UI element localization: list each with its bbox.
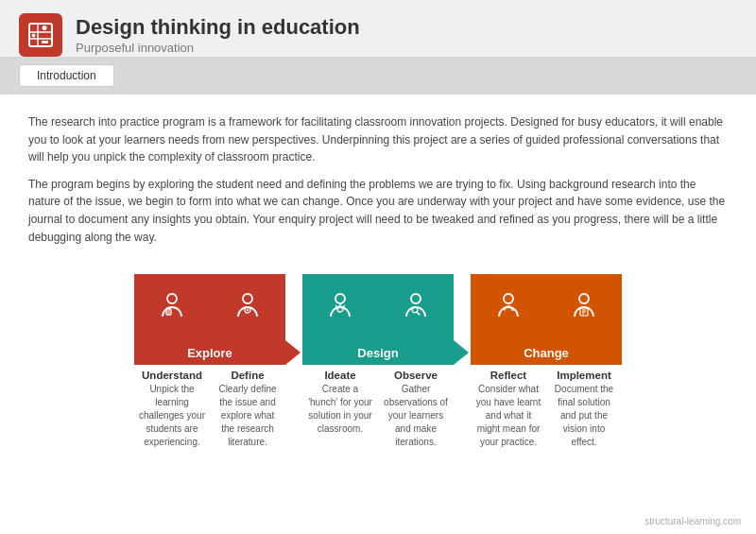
explore-icons <box>134 274 285 340</box>
tab-introduction[interactable]: Introduction <box>19 64 114 87</box>
understand-label: Understand <box>134 365 210 381</box>
change-label: Change <box>471 340 622 365</box>
svg-point-5 <box>32 34 36 38</box>
ideate-desc: Create a 'hunch' for your solution in yo… <box>302 381 378 451</box>
svg-line-21 <box>418 313 421 316</box>
page: Design thinking in education Purposeful … <box>0 0 756 534</box>
svg-line-18 <box>343 305 345 307</box>
svg-point-11 <box>243 294 252 303</box>
design-arrow <box>454 340 469 365</box>
observe-label: Observe <box>378 365 454 381</box>
header: Design thinking in education Purposeful … <box>0 0 756 57</box>
design-label: Design <box>302 340 454 365</box>
reflect-desc: Consider what you have learnt and what i… <box>471 381 546 451</box>
define-desc: Clearly define the issue and explore wha… <box>210 381 285 451</box>
reflect-label: Reflect <box>471 365 546 381</box>
logo-icon <box>19 13 62 57</box>
phase-change: Change Reflect Implement Consider what y… <box>471 274 622 451</box>
header-text: Design thinking in education Purposeful … <box>76 15 360 54</box>
design-sub-labels: Ideate Observe <box>302 365 454 381</box>
explore-arrow <box>285 340 301 365</box>
change-icons <box>471 274 622 340</box>
implement-desc: Document the final solution and put the … <box>546 381 622 451</box>
svg-line-17 <box>335 305 337 307</box>
diagram-area: Explore Understand Define Unpick the lea… <box>0 265 756 470</box>
design-icons <box>302 274 454 340</box>
ideate-icon-box <box>302 274 378 340</box>
phases-row: Explore Understand Define Unpick the lea… <box>19 274 737 451</box>
svg-point-4 <box>43 26 47 30</box>
understand-icon-box <box>134 274 210 340</box>
paragraph-1: The research into practice program is a … <box>28 113 728 166</box>
phase-design: Design Ideate Observe Create a 'hunch' f… <box>302 274 454 451</box>
svg-point-19 <box>411 294 421 303</box>
page-title: Design thinking in education <box>76 15 360 40</box>
implement-label: Implement <box>546 365 622 381</box>
observe-icon-box <box>378 274 454 340</box>
define-label: Define <box>210 365 285 381</box>
change-descs: Consider what you have learnt and what i… <box>471 381 622 451</box>
change-sub-labels: Reflect Implement <box>471 365 622 381</box>
svg-rect-6 <box>42 41 48 43</box>
svg-point-23 <box>579 294 589 303</box>
reflect-icon-box <box>471 274 546 340</box>
page-subtitle: Purposeful innovation <box>76 41 360 55</box>
svg-point-7 <box>167 294 177 303</box>
svg-rect-8 <box>166 309 171 315</box>
observe-desc: Gather observations of your learners and… <box>378 381 454 451</box>
explore-label: Explore <box>134 340 285 365</box>
svg-point-20 <box>412 307 418 313</box>
design-descs: Create a 'hunch' for your solution in yo… <box>302 381 454 451</box>
explore-descs: Unpick the learning challenges your stud… <box>134 381 285 451</box>
implement-icon-box <box>546 274 622 340</box>
ideate-label: Ideate <box>302 365 378 381</box>
svg-point-22 <box>504 294 513 303</box>
footer-url: structural-learning.com <box>644 516 741 526</box>
phase-explore: Explore Understand Define Unpick the lea… <box>134 274 285 451</box>
svg-point-14 <box>335 294 345 303</box>
understand-desc: Unpick the learning challenges your stud… <box>134 381 210 451</box>
svg-point-13 <box>247 309 249 311</box>
explore-sub-labels: Understand Define <box>134 365 285 381</box>
content: The research into practice program is a … <box>0 95 756 265</box>
define-icon-box <box>210 274 285 340</box>
paragraph-2: The program begins by exploring the stud… <box>28 176 728 246</box>
tab-bar: Introduction <box>0 57 756 95</box>
